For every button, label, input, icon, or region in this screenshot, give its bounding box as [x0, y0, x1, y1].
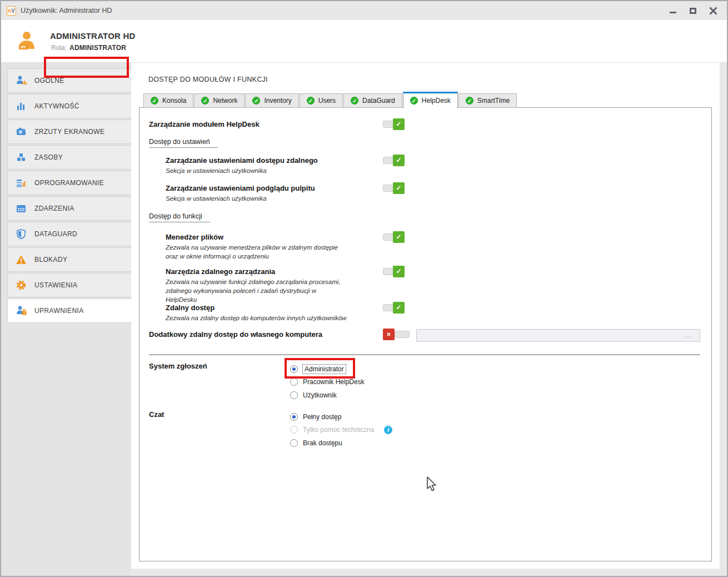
main-area: DOSTĘP DO MODUŁÓW I FUNKCJI Konsola Netw… [131, 63, 720, 569]
toggle-check-icon [393, 231, 405, 243]
radio-option-tylko-pomoc-techniczna: Tylko pomoc techniczna [290, 424, 392, 437]
tab-smarttime[interactable]: SmartTime [458, 93, 517, 108]
extra-access-target-input[interactable] [416, 329, 700, 342]
sidebar-item-ogolne[interactable]: OGÓLNE [7, 68, 132, 93]
permission-desc: Sekcja w ustawieniach użytkownika [166, 194, 315, 203]
calendar-icon [16, 203, 27, 214]
user-lock-icon [16, 305, 27, 316]
toggle-desktop-preview-settings[interactable] [383, 182, 405, 194]
toggle-x-icon [383, 329, 395, 340]
toggle-remote-tools[interactable] [383, 266, 405, 277]
radio-option-uzytkownik[interactable]: Użytkownik [290, 389, 365, 402]
radio-option-pelny-dostep[interactable]: Pełny dostęp [290, 410, 392, 424]
toggle-remote-access-settings[interactable] [383, 155, 405, 166]
toggle-check-icon [393, 302, 405, 314]
toggle-check-icon [393, 266, 405, 277]
sidebar-item-blokady[interactable]: BLOKADY [7, 247, 132, 272]
radio-disabled-icon [290, 426, 298, 434]
toggle-module-helpdesk[interactable] [383, 118, 405, 130]
tab-konsola[interactable]: Konsola [143, 93, 193, 108]
sidebar-item-label: UPRAWNIENIA [34, 307, 84, 315]
permission-title: Zarządzanie modułem HelpDesk [149, 120, 260, 129]
svg-text:NV: NV [21, 45, 26, 49]
section-title: DOSTĘP DO MODUŁÓW I FUNKCJI [148, 76, 268, 83]
sidebar-item-label: DATAGUARD [34, 230, 77, 238]
tab-helpdesk[interactable]: HelpDesk [403, 92, 458, 108]
tab-inventory[interactable]: Inventory [245, 93, 298, 108]
check-icon [466, 97, 473, 105]
sidebar-item-ustawienia[interactable]: USTAWIENIA [7, 273, 132, 297]
app-body: OGÓLNE AKTYWNOŚĆ ZRZUTY EKRANOWE ZASOBY … [1, 62, 727, 576]
radio-option-brak-dostepu[interactable]: Brak dostępu [290, 436, 392, 450]
minimize-button[interactable] [669, 7, 677, 14]
sidebar-item-dataguard[interactable]: DATAGUARD [7, 222, 132, 246]
permission-title: Dodatkowy zdalny dostęp do własnego komp… [149, 330, 322, 339]
sidebar-item-label: ZRZUTY EKRANOWE [34, 128, 104, 136]
radio-icon [290, 378, 298, 386]
minimize-icon [670, 12, 676, 13]
ticket-system-label: System zgłoszeń [149, 362, 207, 370]
role-label: Rola: [51, 44, 67, 52]
sidebar-item-label: AKTYWNOŚĆ [34, 102, 79, 110]
user-header: NV ADMINISTRATOR HD Rola:ADMINISTRATOR [1, 20, 727, 62]
sidebar-item-label: OPROGRAMOWANIE [34, 179, 104, 187]
page-title-user-name: ADMINISTRATOR HD [50, 31, 135, 41]
check-icon [410, 97, 418, 105]
sidebar: OGÓLNE AKTYWNOŚĆ ZRZUTY EKRANOWE ZASOBY … [1, 63, 131, 576]
maximize-icon [690, 8, 696, 14]
shield-icon [16, 228, 27, 240]
info-icon[interactable] [384, 426, 392, 434]
window-title: Użytkownik: Administrator HD [21, 7, 669, 14]
toggle-check-icon [393, 155, 405, 166]
radio-icon [290, 439, 298, 447]
chat-label: Czat [149, 410, 164, 419]
app-window: nV Użytkownik: Administrator HD NV ADMIN… [0, 0, 728, 577]
sidebar-item-zdarzenia[interactable]: ZDARZENIA [7, 196, 132, 221]
check-icon [201, 97, 209, 105]
sidebar-item-label: OGÓLNE [34, 77, 64, 84]
camera-icon [16, 126, 27, 137]
check-icon [351, 97, 358, 105]
permission-title: Zarządzanie ustawieniami dostępu zdalneg… [166, 156, 318, 165]
tab-network[interactable]: Network [194, 93, 245, 108]
check-icon [252, 97, 260, 105]
tab-users[interactable]: Users [300, 93, 343, 108]
permission-title: Zdalny dostęp [166, 304, 346, 312]
toggle-check-icon [393, 118, 405, 130]
browse-ellipsis-button[interactable]: ... [684, 331, 691, 339]
maximize-button[interactable] [689, 7, 697, 14]
radio-option-administrator[interactable]: Administrator [290, 362, 365, 376]
sidebar-item-label: BLOKADY [34, 256, 68, 263]
group-header-settings: Dostęp do ustawień [149, 138, 218, 148]
permission-desc: Zezwala na używanie funkcji zdalnego zar… [166, 277, 343, 304]
section-divider [149, 354, 700, 355]
sidebar-item-aktywnosc[interactable]: AKTYWNOŚĆ [7, 94, 132, 118]
module-tabs: Konsola Network Inventory Users DataGuar… [143, 93, 517, 108]
sidebar-item-label: ZASOBY [34, 153, 63, 161]
title-bar: nV Użytkownik: Administrator HD [1, 1, 727, 20]
tab-content-panel: Zarządzanie modułem HelpDesk Dostęp do u… [139, 107, 712, 561]
assets-cubes-icon [16, 152, 27, 163]
check-icon [307, 97, 315, 105]
tab-dataguard[interactable]: DataGuard [343, 93, 402, 108]
permission-desc: Sekcja w ustawieniach użytkownika [166, 166, 318, 175]
toggle-check-icon [393, 182, 405, 194]
nvision-logo-icon: nV [7, 6, 16, 16]
sidebar-item-oprogramowanie[interactable]: OPROGRAMOWANIE [7, 171, 132, 195]
toggle-extra-remote-access[interactable] [383, 329, 405, 340]
software-list-icon [16, 177, 27, 188]
ticket-system-options: Administrator Pracownik HelpDesk Użytkow… [290, 362, 365, 402]
bar-chart-icon [16, 101, 27, 112]
close-icon [709, 7, 717, 14]
role-line: Rola:ADMINISTRATOR [51, 44, 126, 52]
permission-desc: Zezwala na używanie menedżera plików w z… [166, 243, 349, 261]
check-icon [151, 97, 158, 105]
toggle-remote-access[interactable] [383, 302, 405, 314]
sidebar-item-label: USTAWIENIA [34, 281, 77, 289]
close-button[interactable] [709, 7, 717, 14]
sidebar-item-uprawnienia[interactable]: UPRAWNIENIA [7, 299, 132, 323]
sidebar-item-zasoby[interactable]: ZASOBY [7, 145, 132, 170]
radio-option-pracownik-helpdesk[interactable]: Pracownik HelpDesk [290, 376, 365, 389]
toggle-file-manager[interactable] [383, 231, 405, 243]
sidebar-item-zrzuty-ekranowe[interactable]: ZRZUTY EKRANOWE [7, 120, 132, 144]
